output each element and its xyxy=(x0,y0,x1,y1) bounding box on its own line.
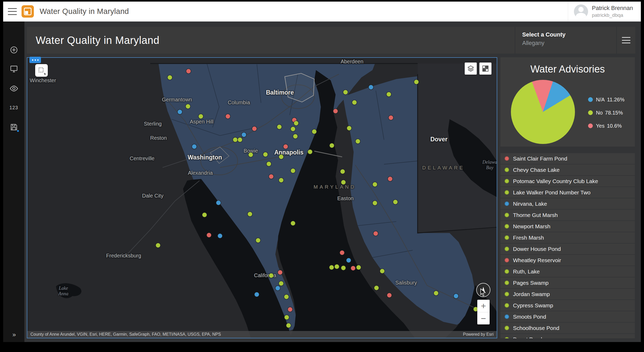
advisory-list-item[interactable]: Lake Walker Pond Number Two xyxy=(500,187,635,198)
map-point[interactable] xyxy=(374,286,379,290)
map-point[interactable] xyxy=(269,273,274,278)
advisory-list-item[interactable]: Wheatley Reservoir xyxy=(500,255,635,266)
advisory-list-item[interactable]: Smoots Pond xyxy=(500,311,635,322)
advisory-list-item[interactable]: Schoolhouse Pond xyxy=(500,323,635,333)
map-point[interactable] xyxy=(255,292,259,297)
advisory-list-item[interactable]: Thorne Gut Marsh xyxy=(500,210,635,220)
map-point[interactable] xyxy=(352,100,357,105)
map-point[interactable] xyxy=(186,104,190,109)
map-point[interactable] xyxy=(347,126,351,131)
map-point[interactable] xyxy=(249,153,253,157)
map-point[interactable] xyxy=(341,180,345,184)
map-point[interactable] xyxy=(380,269,385,273)
layers-button[interactable] xyxy=(465,63,477,75)
powered-by-esri[interactable]: Powered by Esri xyxy=(463,332,494,337)
map-point[interactable] xyxy=(294,121,299,126)
map-point[interactable] xyxy=(248,212,252,216)
map-point[interactable] xyxy=(356,265,361,270)
map-point[interactable] xyxy=(238,137,242,142)
map-point[interactable] xyxy=(285,315,289,320)
advisory-list-item[interactable]: Saint Clair Farm Pond xyxy=(500,153,635,164)
map-point[interactable] xyxy=(333,109,338,113)
map-point[interactable] xyxy=(288,307,292,312)
county-selector[interactable]: Select a County Allegany xyxy=(515,27,616,54)
map-point[interactable] xyxy=(373,201,377,205)
map-widget[interactable]: WinchesterAberdeenBaltimoreGermantownCol… xyxy=(27,57,497,338)
zoom-out-button[interactable]: − xyxy=(477,312,490,324)
theme-icon[interactable] xyxy=(9,85,18,92)
map-point[interactable] xyxy=(207,233,211,237)
page-icon[interactable] xyxy=(10,65,18,73)
map-point[interactable] xyxy=(263,152,268,157)
map-point[interactable] xyxy=(242,132,246,137)
map-point[interactable] xyxy=(389,115,393,120)
map-point[interactable] xyxy=(198,114,203,118)
map-point[interactable] xyxy=(334,264,339,269)
hamburger-menu-icon[interactable] xyxy=(8,8,17,15)
map-point[interactable] xyxy=(387,293,391,297)
map-point[interactable] xyxy=(343,90,348,94)
map-point[interactable] xyxy=(279,281,283,286)
map-point[interactable] xyxy=(355,139,360,143)
panel-menu-button[interactable] xyxy=(617,27,635,54)
map-point[interactable] xyxy=(202,213,207,217)
map-point[interactable] xyxy=(387,92,391,96)
widget-options-button[interactable] xyxy=(29,57,41,63)
advisory-list-item[interactable]: Depot Pond xyxy=(500,334,635,338)
advisory-list-item[interactable]: Potomac Valley Country Club Lake xyxy=(500,176,635,187)
map-point[interactable] xyxy=(177,110,182,114)
advisory-list-item[interactable]: Dower House Pond xyxy=(500,244,635,254)
collapse-rail-icon[interactable]: » xyxy=(12,331,15,338)
map-point[interactable] xyxy=(283,144,288,149)
map-point[interactable] xyxy=(286,323,291,328)
map-point[interactable] xyxy=(373,182,377,187)
map-point[interactable] xyxy=(269,174,274,179)
advisory-list-item[interactable]: Fresh Marsh xyxy=(500,232,635,243)
map-point[interactable] xyxy=(351,266,355,271)
select-tool-button[interactable] xyxy=(35,64,48,77)
map-point[interactable] xyxy=(414,80,418,84)
save-icon[interactable] xyxy=(10,123,18,131)
data-icon[interactable]: 123 xyxy=(9,105,18,111)
advisory-list-item[interactable]: Newport Marsh xyxy=(500,221,635,232)
map-point[interactable] xyxy=(374,231,378,236)
advisory-list-item[interactable]: Chevy Chase Lake xyxy=(500,164,635,175)
map-point[interactable] xyxy=(330,143,334,148)
map-canvas[interactable]: WinchesterAberdeenBaltimoreGermantownCol… xyxy=(27,58,497,338)
map-point[interactable] xyxy=(291,169,295,173)
map-point[interactable] xyxy=(192,144,196,149)
compass-button[interactable] xyxy=(477,283,490,297)
map-point[interactable] xyxy=(308,150,312,154)
map-point[interactable] xyxy=(218,234,222,238)
basemap-button[interactable] xyxy=(479,63,491,75)
map-point[interactable] xyxy=(454,294,458,298)
advisory-list-item[interactable]: Cypress Swamp xyxy=(500,300,635,311)
advisory-list-item[interactable]: Jordan Swamp xyxy=(500,289,635,299)
map-point[interactable] xyxy=(340,169,345,174)
map-point[interactable] xyxy=(393,200,398,204)
advisories-pie-chart[interactable] xyxy=(511,80,575,144)
insert-widget-icon[interactable] xyxy=(10,46,18,54)
advisory-list-item[interactable]: Nirvana, Lake xyxy=(500,198,635,209)
map-point[interactable] xyxy=(434,291,438,296)
user-menu[interactable]: Patrick Brennan patrickb_dbqa xyxy=(568,2,641,21)
map-point[interactable] xyxy=(329,265,334,270)
map-point[interactable] xyxy=(252,126,257,131)
map-point[interactable] xyxy=(291,221,295,225)
map-point[interactable] xyxy=(156,243,160,247)
map-point[interactable] xyxy=(277,125,282,129)
map-point[interactable] xyxy=(279,155,283,159)
map-point[interactable] xyxy=(279,178,283,182)
map-point[interactable] xyxy=(341,266,345,270)
map-point[interactable] xyxy=(168,75,172,80)
map-point[interactable] xyxy=(291,127,295,131)
map-point[interactable] xyxy=(312,129,317,134)
map-point[interactable] xyxy=(233,137,237,142)
map-point[interactable] xyxy=(347,258,351,263)
map-point[interactable] xyxy=(278,270,282,275)
zoom-in-button[interactable]: + xyxy=(477,300,490,312)
map-point[interactable] xyxy=(340,250,344,255)
map-point[interactable] xyxy=(276,286,280,291)
map-point[interactable] xyxy=(284,295,289,299)
map-point[interactable] xyxy=(186,69,191,74)
